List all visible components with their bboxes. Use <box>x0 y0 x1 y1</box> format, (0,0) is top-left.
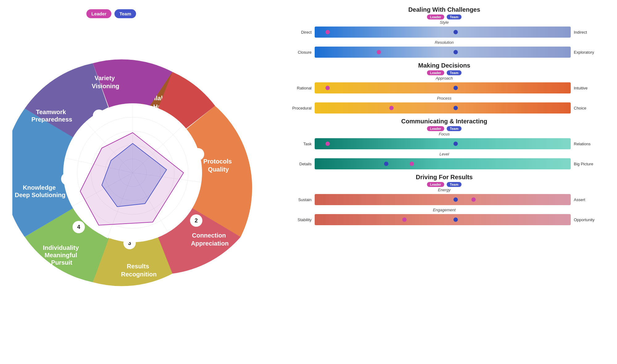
making-rational-label: Rational <box>284 86 312 90</box>
dealing-leader-pill: Leader <box>427 14 444 19</box>
making-sub1: Approach <box>284 76 605 81</box>
communicating-section: Communicating & Interacting Leader Team … <box>284 118 605 169</box>
communicating-focus-row: Task Relations <box>284 138 605 149</box>
making-title: Making Decisions <box>284 62 605 69</box>
making-process-row: Procedural Choice <box>284 102 605 114</box>
communicating-level-team-dot <box>384 162 388 166</box>
driving-stability-label: Stability <box>284 217 312 222</box>
driving-sub1: Energy <box>284 188 605 192</box>
making-section: Making Decisions Leader Team Approach Ra… <box>284 62 605 114</box>
driving-opportunity-label: Opportunity <box>574 217 605 222</box>
making-choice-label: Choice <box>574 106 605 110</box>
segment-2-num: 2 <box>195 217 198 224</box>
driving-energy-track <box>315 194 571 205</box>
dealing-legend: Leader Team <box>284 14 605 19</box>
communicating-sub1: Focus <box>284 132 605 136</box>
communicating-legend: Leader Team <box>284 126 605 131</box>
right-panel: Dealing With Challenges Leader Team Styl… <box>271 0 617 364</box>
communicating-level-track <box>315 158 571 169</box>
making-intuitive-label: Intuitive <box>574 86 605 90</box>
wheel-container: .seg-text { fill: white; font-weight: bo… <box>12 25 253 321</box>
communicating-sub2: Level <box>284 152 605 156</box>
left-panel: Leader Team .seg-text { fill: white; fon… <box>0 0 265 364</box>
driving-energy-row: Sustain Assert <box>284 194 605 205</box>
making-process-leader-dot <box>389 106 394 110</box>
driving-title: Driving For Results <box>284 174 605 181</box>
making-approach-track <box>315 82 571 93</box>
dealing-indirect-label: Indirect <box>574 30 605 35</box>
legend-team: Team <box>114 9 136 18</box>
communicating-level-row: Details Big Picture <box>284 158 605 169</box>
dealing-team-pill: Team <box>447 14 462 19</box>
making-procedural-label: Procedural <box>284 106 312 110</box>
dealing-title: Dealing With Challenges <box>284 6 605 13</box>
dealing-resolution-team-dot <box>453 50 458 54</box>
driving-engagement-team-dot <box>453 217 458 222</box>
communicating-relations-label: Relations <box>574 142 605 146</box>
dealing-direct-label: Direct <box>284 30 312 35</box>
making-approach-row: Rational Intuitive <box>284 82 605 93</box>
making-approach-leader-dot <box>325 86 330 90</box>
legend: Leader Team <box>86 9 136 18</box>
driving-legend: Leader Team <box>284 182 605 187</box>
driving-energy-leader-dot <box>471 197 476 202</box>
dealing-exploratory-label: Exploratory <box>574 50 605 55</box>
communicating-focus-leader-dot <box>325 142 330 146</box>
driving-section: Driving For Results Leader Team Energy S… <box>284 174 605 225</box>
dealing-resolution-row: Closure Exploratory <box>284 47 605 58</box>
communicating-focus-team-dot <box>453 142 458 146</box>
driving-team-pill: Team <box>447 182 462 187</box>
making-process-track <box>315 102 571 114</box>
communicating-bigpicture-label: Big Picture <box>574 162 605 166</box>
making-legend: Leader Team <box>284 70 605 75</box>
dealing-closure-label: Closure <box>284 50 312 55</box>
making-sub2: Process <box>284 96 605 101</box>
legend-leader-label: Leader <box>91 11 106 16</box>
dealing-sub2: Resolution <box>284 40 605 45</box>
driving-engagement-leader-dot <box>402 217 407 222</box>
communicating-level-leader-dot <box>410 162 414 166</box>
making-approach-team-dot <box>453 86 458 90</box>
communicating-focus-track <box>315 138 571 149</box>
legend-team-label: Team <box>119 11 131 16</box>
driving-sustain-label: Sustain <box>284 197 312 202</box>
dealing-style-team-dot <box>453 30 458 34</box>
making-team-pill: Team <box>447 70 462 75</box>
making-leader-pill: Leader <box>427 70 444 75</box>
dealing-sub1: Style <box>284 20 605 25</box>
dealing-style-leader-dot <box>325 30 330 34</box>
communicating-team-pill: Team <box>447 126 462 131</box>
dealing-resolution-leader-dot <box>377 50 381 54</box>
dealing-resolution-track <box>315 47 571 58</box>
driving-engagement-track <box>315 214 571 225</box>
wheel-svg: .seg-text { fill: white; font-weight: bo… <box>12 25 253 321</box>
communicating-details-label: Details <box>284 162 312 166</box>
dealing-style-row: Direct Indirect <box>284 27 605 38</box>
segment-4-num: 4 <box>77 224 80 230</box>
driving-leader-pill: Leader <box>427 182 444 187</box>
dealing-section: Dealing With Challenges Leader Team Styl… <box>284 6 605 58</box>
driving-engagement-row: Stability Opportunity <box>284 214 605 225</box>
driving-assert-label: Assert <box>574 197 605 202</box>
driving-energy-team-dot <box>453 197 458 202</box>
driving-sub2: Engagement <box>284 208 605 212</box>
legend-leader: Leader <box>86 9 111 18</box>
communicating-leader-pill: Leader <box>427 126 444 131</box>
communicating-title: Communicating & Interacting <box>284 118 605 125</box>
dealing-style-track <box>315 27 571 38</box>
communicating-task-label: Task <box>284 142 312 146</box>
making-process-team-dot <box>453 106 458 110</box>
